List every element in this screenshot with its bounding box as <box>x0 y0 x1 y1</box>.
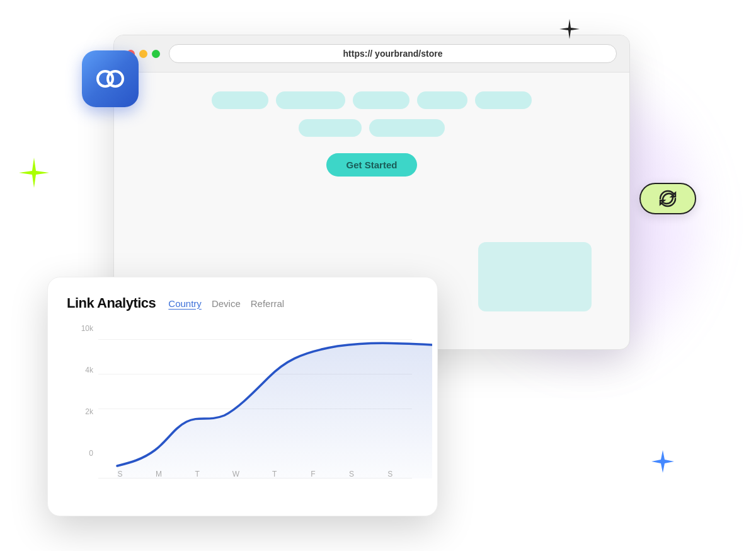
x-label-F: F <box>294 470 332 478</box>
skeleton-pill <box>276 91 345 109</box>
x-label-S3: S <box>371 470 410 478</box>
browser-card-decoration <box>478 242 592 311</box>
x-label-S2: S <box>333 470 371 478</box>
tab-country[interactable]: Country <box>168 298 202 309</box>
analytics-title: Link Analytics <box>67 295 156 311</box>
skeleton-pill <box>417 91 467 109</box>
y-label-2k: 2k <box>85 407 93 416</box>
refresh-button[interactable] <box>639 183 696 214</box>
skeleton-pill <box>475 91 532 109</box>
analytics-card: Link Analytics Country Device Referral 1… <box>47 277 438 516</box>
x-label-T1: T <box>178 470 217 478</box>
skeleton-pill <box>353 91 410 109</box>
x-label-M: M <box>139 470 178 478</box>
skeleton-pill <box>299 119 362 137</box>
y-label-4k: 4k <box>85 366 93 374</box>
skeleton-pill <box>212 91 268 109</box>
y-axis-labels: 10k 4k 2k 0 <box>67 324 93 463</box>
x-label-W: W <box>217 470 255 478</box>
analytics-header: Link Analytics Country Device Referral <box>67 295 418 311</box>
skeleton-pill <box>369 119 445 137</box>
chart-area: 10k 4k 2k 0 <box>67 324 418 494</box>
traffic-light-yellow <box>139 50 147 58</box>
skeleton-row-2 <box>139 119 604 137</box>
address-main: yourbrand/store <box>375 49 442 59</box>
x-label-T2: T <box>255 470 294 478</box>
star-blue-icon <box>651 450 674 475</box>
address-bar[interactable]: https:// yourbrand/store <box>169 44 617 63</box>
bars-container <box>98 340 412 478</box>
analytics-tabs: Country Device Referral <box>168 298 284 309</box>
chart-inner: S M T W T F S S <box>98 324 412 478</box>
x-label-S1: S <box>101 470 139 478</box>
skeleton-row-1 <box>139 91 604 109</box>
browser-content: Get Started <box>114 72 629 195</box>
star-green-icon <box>19 158 49 190</box>
x-axis-labels: S M T W T F S S <box>98 470 412 478</box>
tab-device[interactable]: Device <box>212 298 241 309</box>
get-started-button[interactable]: Get Started <box>326 153 418 177</box>
address-prefix: https:// <box>343 49 375 59</box>
y-label-0: 0 <box>89 449 93 458</box>
star-top-right-icon <box>559 19 580 42</box>
svg-point-1 <box>108 71 123 86</box>
traffic-light-green <box>152 50 160 58</box>
scene: https:// yourbrand/store Get Started <box>0 0 756 551</box>
tab-referral[interactable]: Referral <box>251 298 284 309</box>
y-label-10k: 10k <box>81 324 93 333</box>
app-icon <box>82 50 139 107</box>
browser-titlebar: https:// yourbrand/store <box>114 35 629 72</box>
